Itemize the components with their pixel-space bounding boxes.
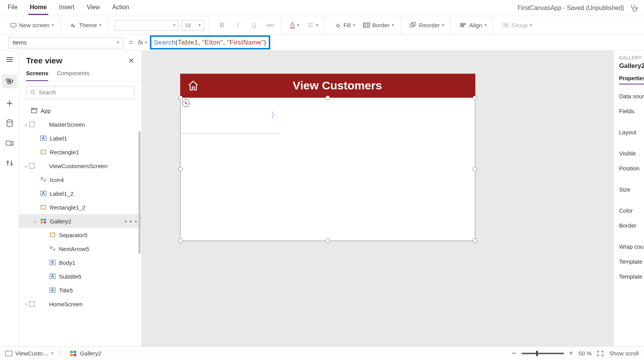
align-button[interactable]: Align▾ — [458, 20, 489, 30]
tree-item-title5[interactable]: Title5 — [19, 283, 141, 297]
svg-rect-38 — [74, 354, 76, 356]
svg-rect-20 — [31, 108, 37, 113]
tree-search[interactable] — [26, 86, 135, 99]
tree-item-rectangle1_2[interactable]: Rectangle1_2 — [19, 200, 141, 214]
tab-screens[interactable]: Screens — [26, 68, 48, 81]
prop-position[interactable]: Position — [619, 165, 644, 172]
zoom-slider[interactable] — [522, 353, 564, 354]
menu-action[interactable]: Action — [111, 1, 131, 15]
hamburger-icon[interactable] — [5, 54, 15, 64]
handle-e[interactable] — [473, 167, 477, 172]
prop-layout[interactable]: Layout — [619, 129, 644, 135]
strike-button[interactable]: abc — [264, 22, 277, 28]
home-icon[interactable] — [187, 80, 199, 91]
prop-category: GALLERY — [619, 55, 644, 61]
tree-item-masterscreen[interactable]: ⌄MasterScreen — [19, 117, 141, 131]
italic-button[interactable]: I — [232, 21, 245, 29]
prop-data-source[interactable]: Data source — [619, 93, 644, 99]
prop-wrap-count[interactable]: Wrap count — [619, 243, 644, 250]
handle-w[interactable] — [178, 167, 183, 172]
menu-insert[interactable]: Insert — [58, 1, 76, 15]
zoom-out-button[interactable]: − — [512, 349, 516, 358]
tree-item-rectangle1[interactable]: Rectangle1 — [19, 145, 141, 159]
fill-icon — [334, 22, 341, 29]
tree-item-label1[interactable]: Label1 — [19, 131, 141, 145]
theme-button[interactable]: Aa Theme▾ — [67, 20, 104, 30]
prop-fields[interactable]: Fields — [619, 108, 644, 114]
close-icon[interactable]: ✕ — [128, 56, 135, 65]
tree-item-icon4[interactable]: Icon4 — [19, 173, 141, 187]
menu-file[interactable]: File — [6, 1, 19, 15]
tree-view-icon[interactable] — [2, 74, 17, 88]
svg-point-31 — [50, 247, 52, 249]
border-button[interactable]: Border▾ — [361, 20, 396, 30]
svg-rect-35 — [70, 351, 73, 353]
group-button[interactable]: Group▾ — [500, 20, 535, 30]
search-input[interactable] — [39, 89, 130, 96]
zoom-in-button[interactable]: + — [569, 349, 573, 357]
svg-point-19 — [31, 90, 34, 94]
handle-ne[interactable] — [473, 96, 477, 100]
media-icon[interactable] — [5, 138, 15, 148]
svg-rect-16 — [6, 141, 11, 145]
tree-item-separator5[interactable]: Separator5 — [19, 228, 141, 242]
menu-view[interactable]: View — [85, 1, 101, 15]
prop-template-padding[interactable]: Template pa — [619, 273, 644, 280]
svg-rect-7 — [462, 23, 465, 25]
font-color-button[interactable]: A▾ — [288, 20, 302, 30]
fx-label[interactable]: fx▾ — [138, 39, 147, 46]
border-icon — [363, 22, 370, 29]
reorder-button[interactable]: Reorder▾ — [407, 20, 447, 30]
breadcrumb-control[interactable]: Gallery2 — [70, 350, 101, 357]
tree-item-body1[interactable]: Body1 — [19, 256, 141, 269]
gallery-selection[interactable]: ✎ 〉 — [180, 97, 475, 241]
text-align-button[interactable]: ▾ — [305, 21, 321, 30]
prop-template-size[interactable]: Template size — [619, 258, 644, 265]
prop-color[interactable]: Color — [619, 207, 644, 214]
chevron-right-icon[interactable]: 〉 — [271, 109, 279, 121]
align-icon — [460, 22, 467, 29]
svg-rect-30 — [50, 233, 55, 237]
settings-icon[interactable] — [5, 158, 15, 168]
prop-size[interactable]: Size — [619, 186, 644, 193]
edit-template-icon[interactable]: ✎ — [182, 99, 190, 107]
prop-visible[interactable]: Visible — [619, 150, 644, 157]
underline-button[interactable]: U — [248, 21, 261, 29]
tree-item-app[interactable]: App — [19, 104, 141, 117]
property-select[interactable]: Items▾ — [8, 37, 123, 48]
menu-home[interactable]: Home — [28, 1, 48, 15]
fill-button[interactable]: Fill▾ — [332, 20, 358, 30]
bold-button[interactable]: B — [215, 21, 228, 29]
tab-properties[interactable]: Properties — [619, 75, 644, 84]
font-size-select[interactable]: 18▾ — [181, 20, 204, 31]
svg-rect-29 — [44, 221, 46, 223]
svg-rect-36 — [74, 351, 76, 353]
tree-item-label1_2[interactable]: Label1_2 — [19, 187, 141, 200]
handle-n[interactable] — [325, 96, 330, 100]
handle-sw[interactable] — [178, 238, 183, 243]
formula-input[interactable]: Search(Table1, "Elton", "FirstName") — [150, 35, 270, 50]
show-scroll-label[interactable]: Show scroll — [609, 350, 639, 357]
breadcrumb-screen[interactable]: ViewCusto…▾ — [5, 350, 54, 357]
canvas[interactable]: View Customers ✎ 〉 — [142, 51, 613, 346]
handle-s[interactable] — [325, 238, 330, 243]
new-screen-button[interactable]: New screen▾ — [8, 20, 56, 30]
tree-item-viewcustomersscreen[interactable]: ⌄ViewCustomersScreen — [19, 159, 141, 173]
prop-border[interactable]: Border — [619, 222, 644, 229]
tree-item-subtitle5[interactable]: Subtitle5 — [19, 269, 141, 283]
font-name-select[interactable]: ▾ — [115, 20, 178, 31]
tree-item-homescreen[interactable]: ›HomeScreen — [19, 297, 141, 311]
tree-item-gallery2[interactable]: ⌄Gallery2• • • — [19, 214, 141, 228]
status-bar: ViewCusto…▾ 〉 Gallery2 − + 50 % Show scr… — [0, 346, 644, 360]
handle-nw[interactable] — [178, 96, 183, 100]
svg-rect-12 — [6, 79, 9, 81]
scrollbar-thumb[interactable] — [138, 131, 141, 254]
app-header: View Customers — [180, 74, 475, 97]
tree-item-nextarrow5[interactable]: NextArrow5 — [19, 242, 141, 256]
tab-components[interactable]: Components — [57, 68, 89, 81]
fit-icon[interactable] — [597, 350, 604, 357]
handle-se[interactable] — [473, 238, 477, 243]
app-checker-icon[interactable] — [629, 4, 638, 12]
data-icon[interactable] — [5, 118, 15, 128]
add-icon[interactable] — [5, 98, 15, 108]
